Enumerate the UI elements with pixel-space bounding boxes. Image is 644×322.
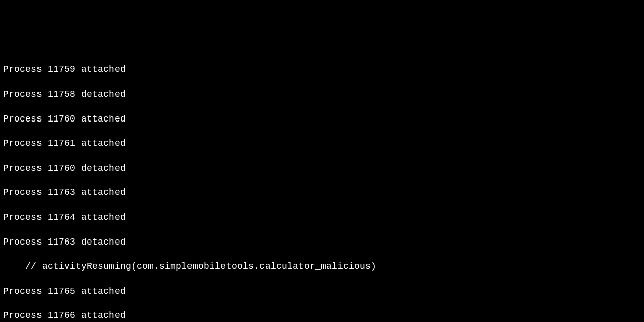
log-line: Process 11766 attached — [3, 309, 641, 321]
log-line: // activityResuming(com.simplemobiletool… — [3, 260, 641, 272]
terminal-output: Process 11759 attached Process 11758 det… — [3, 51, 641, 322]
log-line: Process 11759 attached — [3, 63, 641, 75]
log-line: Process 11764 attached — [3, 211, 641, 223]
log-line: Process 11760 detached — [3, 162, 641, 174]
log-line: Process 11760 attached — [3, 113, 641, 125]
log-line: Process 11763 detached — [3, 236, 641, 248]
log-line: Process 11758 detached — [3, 88, 641, 100]
log-line: Process 11761 attached — [3, 137, 641, 149]
log-line: Process 11765 attached — [3, 285, 641, 297]
log-line: Process 11763 attached — [3, 186, 641, 198]
